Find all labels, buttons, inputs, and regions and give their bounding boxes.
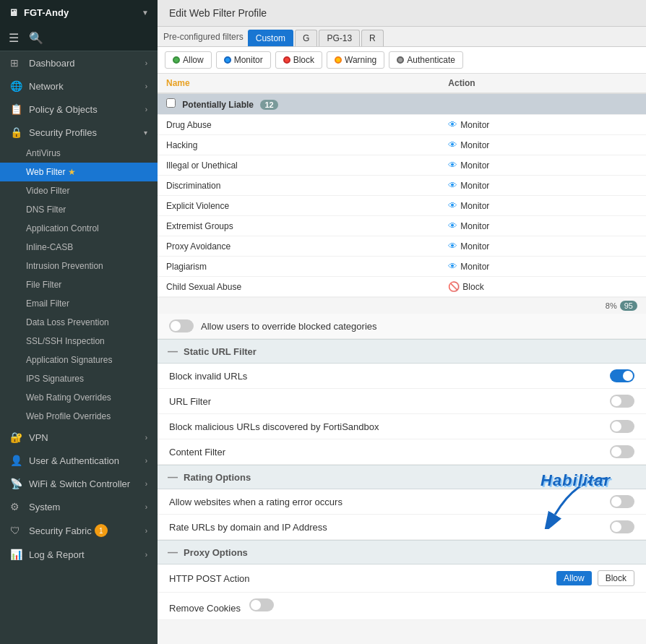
page-header: Edit Web Filter Profile [158, 0, 646, 27]
sidebar-item-system[interactable]: ⚙ System › [0, 495, 158, 518]
sidebar-subitem-application-control[interactable]: Application Control [0, 219, 158, 238]
monitor-icon: 👁 [448, 200, 457, 211]
sidebar-subitem-video-filter[interactable]: Video Filter [0, 181, 158, 200]
table-row[interactable]: Illegal or Unethical 👁 Monitor [158, 155, 646, 176]
sidebar-subitem-intrusion-prevention[interactable]: Intrusion Prevention [0, 257, 158, 275]
url-filter-toggle[interactable] [610, 395, 634, 408]
sidebar-subitem-dns-filter[interactable]: DNS Filter [0, 200, 158, 219]
sidebar-item-label: VPN [29, 432, 48, 443]
proxy-options-header[interactable]: — Proxy Options [158, 540, 646, 564]
sidebar-item-network[interactable]: 🌐 Network › [0, 74, 158, 98]
tab-r[interactable]: R [361, 30, 384, 46]
static-url-filter-header[interactable]: — Static URL Filter [158, 339, 646, 364]
cell-action: 👁 Monitor [439, 196, 646, 215]
table-scroll[interactable]: Potentially Liable 12 Drug Abuse 👁 Monit… [158, 94, 646, 297]
rating-options-title: Rating Options [184, 472, 251, 483]
sidebar-item-label: Policy & Objects [29, 104, 98, 115]
monitor-icon: 👁 [448, 241, 457, 252]
cell-action: 👁 Monitor [439, 257, 646, 276]
cell-name: Discrimination [158, 176, 439, 195]
search-icon[interactable]: 🔍 [29, 31, 43, 45]
sidebar-item-security-fabric[interactable]: 🛡 Security Fabric 1 › [0, 518, 158, 543]
header-badge: 12 [260, 100, 277, 110]
group-action [439, 100, 646, 108]
table-row[interactable]: Proxy Avoidance 👁 Monitor [158, 236, 646, 257]
rate-urls-toggle[interactable] [610, 520, 634, 533]
http-post-actions: Allow Block [556, 570, 634, 586]
tab-g[interactable]: G [295, 30, 317, 46]
sidebar-item-vpn[interactable]: 🔐 VPN › [0, 426, 158, 449]
hamburger-icon[interactable]: ☰ [9, 31, 19, 45]
vpn-icon: 🔐 [10, 432, 23, 443]
sidebar-subitem-email-filter[interactable]: Email Filter [0, 294, 158, 313]
page-title: Edit Web Filter Profile [169, 7, 267, 19]
override-toggle[interactable] [169, 319, 194, 332]
toggle-thumb [611, 447, 621, 457]
allow-label: Allow [183, 55, 204, 65]
rating-options-header[interactable]: — Rating Options [158, 465, 646, 489]
monitor-button[interactable]: Monitor [216, 51, 271, 69]
tab-custom[interactable]: Custom [248, 30, 293, 46]
http-post-allow-button[interactable]: Allow [556, 571, 592, 585]
block-label: Block [293, 55, 314, 65]
cell-name: Drug Abuse [158, 116, 439, 134]
block-button[interactable]: Block [275, 51, 322, 69]
setting-block-malicious: Block malicious URLs discovered by Forti… [158, 414, 646, 439]
sidebar-subitem-inline-casb[interactable]: Inline-CASB [0, 238, 158, 257]
sidebar-subitem-ips-signatures[interactable]: IPS Signatures [0, 369, 158, 388]
http-post-block-button[interactable]: Block [598, 570, 634, 586]
sidebar-item-label: User & Authentication [29, 455, 119, 466]
progress-row: 8% 95 [158, 297, 646, 314]
cell-action: 👁 Monitor [439, 135, 646, 155]
table-group-header: Potentially Liable 12 [158, 94, 646, 115]
cell-name: Hacking [158, 136, 439, 155]
sidebar-item-dashboard[interactable]: ⊞ Dashboard › [0, 51, 158, 74]
table-row[interactable]: Extremist Groups 👁 Monitor [158, 216, 646, 236]
monitor-icon: 👁 [448, 180, 457, 191]
table-row[interactable]: Hacking 👁 Monitor [158, 135, 646, 155]
sidebar-subitem-antivirus[interactable]: AntiVirus [0, 144, 158, 163]
content-filter-toggle[interactable] [610, 445, 634, 458]
chevron-down-icon: ▾ [144, 129, 147, 137]
sidebar-subitem-app-signatures[interactable]: Application Signatures [0, 351, 158, 369]
table-row[interactable]: Child Sexual Abuse 🚫 Block [158, 277, 646, 297]
allow-rating-error-toggle[interactable] [610, 495, 634, 508]
table-row[interactable]: Discrimination 👁 Monitor [158, 176, 646, 196]
sidebar-subitem-web-rating-overrides[interactable]: Web Rating Overrides [0, 388, 158, 407]
monitor-dot [224, 56, 231, 64]
table-row[interactable]: Drug Abuse 👁 Monitor [158, 115, 646, 135]
sidebar-item-log-report[interactable]: 📊 Log & Report › [0, 543, 158, 566]
sidebar-header[interactable]: 🖥 FGT-Andy ▼ [0, 0, 158, 25]
warning-button[interactable]: Warning [327, 51, 384, 69]
sidebar-subitem-ssl-ssh[interactable]: SSL/SSH Inspection [0, 332, 158, 351]
sidebar-subitem-data-loss-prevention[interactable]: Data Loss Prevention [0, 313, 158, 332]
sidebar-item-policy-objects[interactable]: 📋 Policy & Objects › [0, 98, 158, 121]
sidebar-item-security-profiles[interactable]: 🔒 Security Profiles ▾ [0, 121, 158, 144]
setting-label: Content Filter [169, 447, 610, 458]
sidebar-subitem-web-filter[interactable]: Web Filter ★ [0, 163, 158, 181]
star-icon: ★ [68, 167, 76, 177]
block-malicious-toggle[interactable] [610, 420, 634, 433]
table-row[interactable]: Plagiarism 👁 Monitor [158, 257, 646, 277]
setting-http-post: HTTP POST Action Allow Block [158, 564, 646, 593]
remove-cookies-label: Remove Cookies [169, 598, 634, 614]
sidebar-item-label: System [29, 502, 60, 512]
allow-dot [173, 56, 180, 64]
sidebar-item-user-auth[interactable]: 👤 User & Authentication › [0, 449, 158, 472]
tab-pg13[interactable]: PG-13 [319, 30, 360, 46]
authenticate-button[interactable]: Authenticate [389, 51, 463, 69]
collapse-icon: — [168, 546, 178, 558]
cell-name: Proxy Avoidance [158, 237, 439, 256]
sidebar-subitem-web-profile-overrides[interactable]: Web Profile Overrides [0, 407, 158, 426]
block-invalid-toggle[interactable] [610, 369, 634, 382]
remove-cookies-toggle[interactable] [249, 598, 274, 611]
allow-button[interactable]: Allow [165, 51, 212, 69]
toggle-track [249, 598, 274, 611]
table-row[interactable]: Explicit Violence 👁 Monitor [158, 196, 646, 216]
sidebar-item-wifi-switch[interactable]: 📡 WiFi & Switch Controller › [0, 472, 158, 495]
group-checkbox[interactable] [166, 98, 176, 108]
setting-rate-urls: Rate URLs by domain and IP Address [158, 515, 646, 540]
shield-icon: 🛡 [10, 525, 23, 536]
device-icon: 🖥 [9, 7, 18, 18]
sidebar-subitem-file-filter[interactable]: File Filter [0, 275, 158, 294]
